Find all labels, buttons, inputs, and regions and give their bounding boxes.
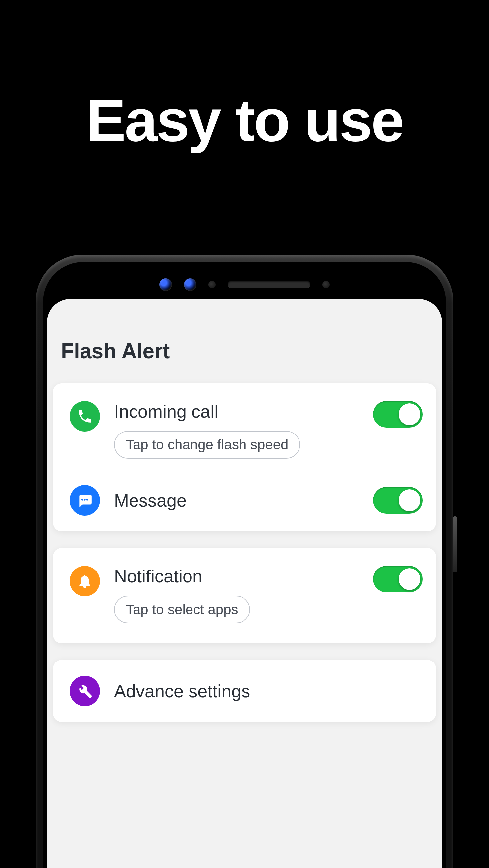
sensor-dot-icon bbox=[322, 281, 329, 288]
row-advance-settings[interactable]: Advance settings bbox=[53, 664, 436, 717]
front-camera-icon bbox=[184, 278, 197, 291]
row-title: Advance settings bbox=[114, 681, 423, 701]
settings-card: Notification Tap to select apps bbox=[53, 548, 436, 643]
bell-icon bbox=[69, 566, 100, 596]
row-notification[interactable]: Notification Tap to select apps bbox=[53, 553, 436, 639]
settings-card: Incoming call Tap to change flash speed … bbox=[53, 383, 436, 531]
row-title: Notification bbox=[114, 566, 359, 586]
promo-stage: Easy to use Flash Alert bbox=[0, 0, 489, 868]
phone-sensor-bar bbox=[43, 275, 446, 294]
toggle-incoming-call[interactable] bbox=[373, 401, 423, 428]
svg-point-1 bbox=[84, 499, 85, 500]
page-title: Flash Alert bbox=[47, 299, 442, 383]
toggle-message[interactable] bbox=[373, 487, 423, 514]
svg-point-2 bbox=[86, 499, 88, 500]
earpiece-speaker bbox=[228, 281, 310, 288]
phone-frame: Flash Alert Incoming call Tap to change … bbox=[36, 255, 453, 868]
row-message[interactable]: Message bbox=[53, 474, 436, 527]
front-camera-icon bbox=[160, 278, 172, 291]
phone-icon bbox=[69, 401, 100, 432]
phone-side-button bbox=[453, 516, 457, 572]
select-apps-chip[interactable]: Tap to select apps bbox=[114, 596, 250, 623]
app-screen: Flash Alert Incoming call Tap to change … bbox=[47, 299, 442, 868]
row-title: Message bbox=[114, 490, 359, 510]
sensor-dot-icon bbox=[208, 281, 216, 288]
toggle-notification[interactable] bbox=[373, 566, 423, 592]
row-title: Incoming call bbox=[114, 401, 359, 422]
svg-point-0 bbox=[82, 499, 83, 500]
headline: Easy to use bbox=[0, 86, 489, 155]
wrench-icon bbox=[69, 676, 100, 706]
settings-card: Advance settings bbox=[53, 660, 436, 722]
flash-speed-chip[interactable]: Tap to change flash speed bbox=[114, 431, 300, 459]
row-incoming-call[interactable]: Incoming call Tap to change flash speed bbox=[53, 388, 436, 474]
phone-bezel: Flash Alert Incoming call Tap to change … bbox=[43, 262, 446, 868]
message-icon bbox=[69, 485, 100, 516]
